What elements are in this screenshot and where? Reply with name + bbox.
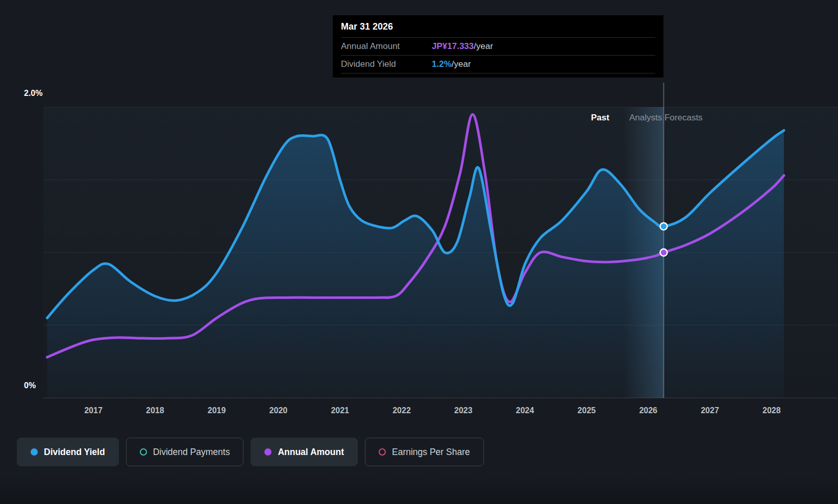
legend-earnings-per-share-button[interactable]: Earnings Per Share <box>365 438 484 466</box>
tooltip-dividend-yield-suffix: /year <box>452 59 471 69</box>
chart-legend: Dividend YieldDividend PaymentsAnnual Am… <box>17 438 484 466</box>
legend-label: Annual Amount <box>278 447 344 458</box>
tooltip-date: Mar 31 2026 <box>341 21 655 37</box>
chart-tooltip: Mar 31 2026 Annual Amount JP¥17.333/year… <box>333 15 663 78</box>
y-axis-label-bottom: 0% <box>24 381 36 390</box>
x-axis-label-2021: 2021 <box>331 406 349 415</box>
x-axis-label-2028: 2028 <box>762 406 781 415</box>
marker-dividend-yield[interactable] <box>660 223 667 230</box>
y-axis-label-top: 2.0% <box>24 89 42 98</box>
x-axis-label-2026: 2026 <box>639 406 657 415</box>
x-axis-label-2027: 2027 <box>701 406 719 415</box>
tooltip-row-dividend-yield: Dividend Yield 1.2%/year <box>341 55 655 73</box>
x-axis-label-2025: 2025 <box>578 406 596 415</box>
dividend-yield-marker-icon <box>31 448 38 456</box>
tooltip-dividend-yield-value: 1.2% <box>432 59 452 69</box>
legend-dividend-payments-button[interactable]: Dividend Payments <box>126 438 244 466</box>
dividend-payments-marker-icon <box>140 448 147 456</box>
tooltip-annual-amount-label: Annual Amount <box>341 41 432 52</box>
past-label: Past <box>591 113 609 123</box>
x-axis-label-2018: 2018 <box>146 406 164 415</box>
marker-annual-amount[interactable] <box>660 249 667 256</box>
legend-label: Earnings Per Share <box>392 447 470 458</box>
tooltip-annual-amount-value: JP¥17.333 <box>432 41 474 52</box>
legend-label: Dividend Yield <box>44 447 105 458</box>
annual-amount-marker-icon <box>264 448 272 456</box>
x-axis-label-2019: 2019 <box>208 406 226 415</box>
legend-dividend-yield-button[interactable]: Dividend Yield <box>17 438 119 466</box>
earnings-per-share-marker-icon <box>379 448 386 456</box>
tooltip-row-annual-amount: Annual Amount JP¥17.333/year <box>341 37 655 55</box>
x-axis-label-2020: 2020 <box>269 406 288 415</box>
tooltip-dividend-yield-label: Dividend Yield <box>341 59 432 69</box>
legend-annual-amount-button[interactable]: Annual Amount <box>251 438 358 466</box>
x-axis-label-2024: 2024 <box>516 406 534 415</box>
x-axis-label-2017: 2017 <box>84 406 103 415</box>
x-axis-label-2022: 2022 <box>392 406 411 415</box>
analysts-forecasts-label: Analysts Forecasts <box>629 113 703 123</box>
legend-label: Dividend Payments <box>153 447 230 458</box>
x-axis-label-2023: 2023 <box>454 406 473 415</box>
tooltip-annual-amount-suffix: /year <box>474 41 493 52</box>
dividend-chart-page: 2.0% 0% 20172018201920202021202220232024… <box>0 0 838 504</box>
